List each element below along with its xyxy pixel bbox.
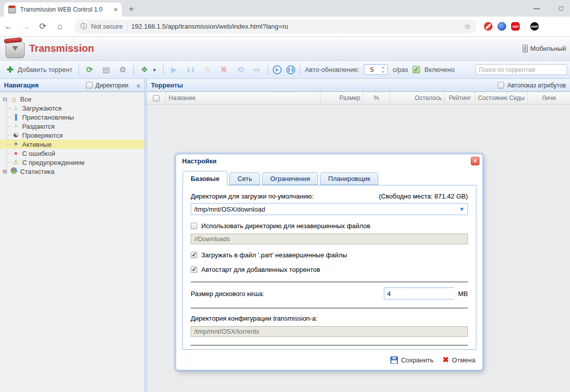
settings-button[interactable]: ⚙ [117,65,129,75]
column-header-name[interactable]: Название [166,92,320,104]
hwp-extension-icon[interactable]: HWP [530,22,539,31]
tab-scheduler[interactable]: Планировщик [320,172,378,185]
browser-tab[interactable]: Transmission WEB Control 1.0 × [4,3,122,17]
combo-arrow-icon[interactable]: ▾ [456,206,467,213]
divider [191,345,468,346]
security-label: Not secure [91,23,123,30]
start-all-button[interactable]: ▶ [273,65,282,74]
sidebar-item-error[interactable]: С ошибкой [0,149,144,158]
column-header-ratio[interactable]: Рейтинг [445,92,475,104]
sidebar-item-downloading[interactable]: Загружаются [0,104,144,113]
tab-network[interactable]: Сеть [229,172,260,185]
stepper-arrows[interactable]: ˄ ˅ [379,65,386,74]
save-label: Сохранить [401,356,434,364]
column-header-size[interactable]: Размер [320,92,363,104]
pause-all-icon: ❚❚ [287,68,294,72]
cancel-label: Отмена [452,356,475,364]
sidebar-item-all[interactable]: ⊟ Все [0,94,144,104]
info-icon[interactable]: ⓘ [80,22,87,31]
column-header-leeches[interactable]: Личи [528,92,570,104]
download-dir-combo[interactable]: ▾ [191,203,468,215]
select-all-checkbox[interactable] [153,95,159,102]
divider [163,65,164,75]
navigation-tree: ⊟ Все Загружаются Приостановлены Раздают… [0,92,144,392]
blocker-extension-icon[interactable] [484,22,493,31]
settings-dialog: Настройки × Базовые Сеть Ограничения Пла… [176,154,483,370]
autostart-checkbox[interactable] [191,266,197,273]
column-header-seeds[interactable]: Сиды [508,92,528,104]
directories-checkbox[interactable] [86,82,93,88]
column-header-percent[interactable]: % [363,92,390,104]
grid-header-row: Название Размер % Осталось Рейтинг Состо… [147,92,570,105]
tree-collapse-toggle[interactable]: ⊟ [2,96,8,103]
downloading-icon [12,105,20,112]
pause-all-button[interactable]: ❚❚ [286,65,295,74]
dialog-close-button[interactable]: × [471,157,479,165]
free-space-label: (Свободно места: 871.42 GB) [379,192,468,200]
pause-icon: ❚❚ [186,66,195,74]
plugin-menu-button[interactable]: ❖ ▾ [138,65,158,75]
autorefresh-enabled-checkbox[interactable] [413,66,420,73]
config-dir-label: Директория конфигурации transmission-a: [191,315,468,322]
forward-icon: → [17,22,34,32]
save-button[interactable]: Сохранить [390,356,434,364]
browser-home-icon[interactable]: ⌂ [51,22,68,32]
column-header-status[interactable]: Состояние [475,92,508,104]
recheck-torrent-button: ⟲ [234,65,247,75]
checking-icon [12,132,20,139]
reload-icon[interactable]: ⟳ [34,21,51,32]
sidebar-item-label: Раздаются [22,123,55,130]
tab-limits[interactable]: Ограничения [262,172,318,185]
mobile-view-button[interactable]: Мобильный [523,45,566,52]
window-maximize-icon[interactable]: □ [559,5,563,12]
window-minimize-icon[interactable]: — [533,5,540,12]
divider [191,308,468,309]
sidebar-item-label: С предупреждением [22,159,85,166]
cache-size-stepper[interactable]: ˄ ˅ [384,287,454,300]
sidebar-item-active[interactable]: Активные [0,140,144,149]
autorefresh-input[interactable] [364,65,379,74]
sidebar-item-statistics[interactable]: ⊞ Статистика [0,167,144,176]
incomplete-dir-checkbox[interactable] [191,223,197,229]
column-header-remaining[interactable]: Осталось [390,92,445,104]
sidebar-item-paused[interactable]: Приостановлены [0,113,144,122]
tree-expand-toggle[interactable]: ⊞ [2,168,8,175]
abp-extension-icon[interactable]: ABP [511,22,520,31]
part-file-checkbox[interactable] [191,252,197,258]
autoshow-label: Автопоказ атрибутов [507,82,566,89]
active-icon [12,141,20,148]
autoshow-attributes-checkbox[interactable] [498,82,504,88]
paused-icon [12,114,20,121]
cancel-button[interactable]: ✖ Отмена [443,355,475,364]
collapse-panel-icon[interactable]: « [136,81,140,89]
divider [525,22,525,31]
add-torrent-button[interactable]: ✚ Добавить торрент [4,65,74,75]
recheck-icon: ⟲ [236,66,245,74]
download-dir-label: Директория для загрузки по-умолчанию: [191,192,313,200]
back-icon[interactable]: ← [0,22,17,32]
new-tab-button[interactable]: + [129,4,134,14]
spin-down-icon[interactable]: ˅ [382,70,384,74]
sidebar-item-seeding[interactable]: Раздаются [0,122,144,131]
add-icon: ✚ [6,66,15,74]
server-config-button[interactable]: ▤ [100,65,112,75]
autorefresh-stepper[interactable]: ˄ ˅ [364,64,388,75]
tab-base[interactable]: Базовые [183,171,227,185]
reload-torrents-button[interactable]: ⟳ [84,65,96,75]
sidebar-item-warning[interactable]: С предупреждением [0,158,144,167]
close-icon: × [474,158,477,164]
tab-close-icon[interactable]: × [114,6,118,14]
screen: Transmission WEB Control 1.0 × + — □ ← →… [0,0,570,392]
bookmark-star-icon[interactable]: ☆ [464,22,471,31]
sidebar-item-label: Статистика [20,168,54,175]
phone-icon [523,45,528,52]
seeding-icon [12,123,20,130]
globe-extension-icon[interactable] [498,22,506,31]
address-bar[interactable]: ⓘ Not secure 192.168.1.5/app/transmissio… [74,20,477,34]
sidebar-item-label: С ошибкой [22,150,55,157]
app-title: Transmission [29,43,94,54]
sidebar-item-checking[interactable]: Проверяются [0,131,144,140]
download-dir-input[interactable] [191,206,456,213]
start-torrent-button: ▶ [168,65,180,75]
search-input[interactable] [475,64,567,75]
